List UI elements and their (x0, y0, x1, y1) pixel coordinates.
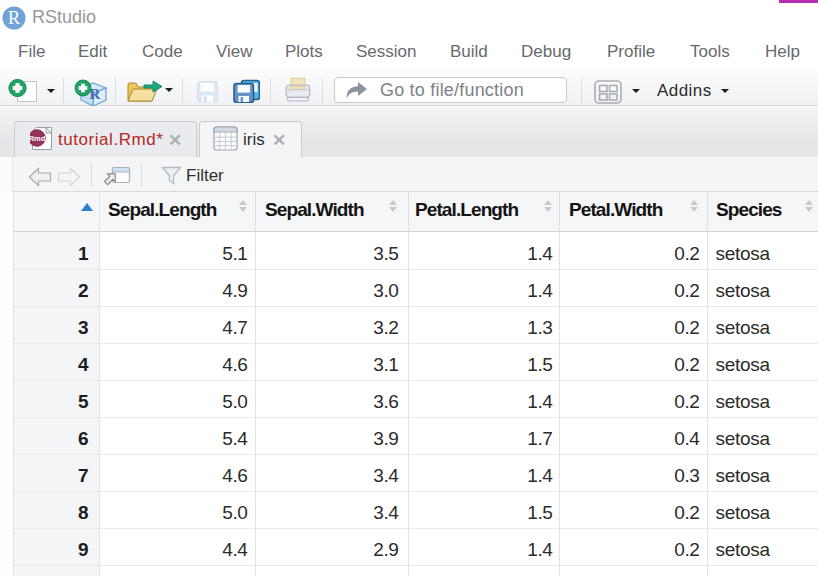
svg-text:Rmd: Rmd (30, 134, 46, 143)
svg-text:R: R (8, 8, 20, 28)
